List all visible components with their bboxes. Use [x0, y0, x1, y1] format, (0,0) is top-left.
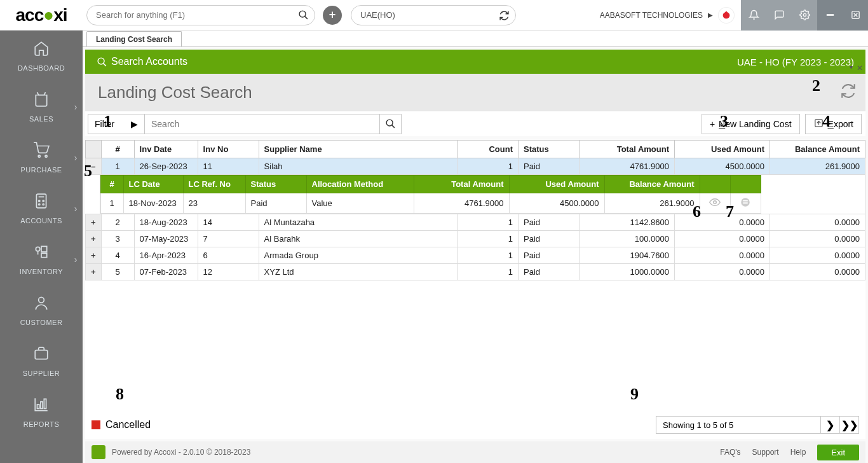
logo-left: acc — [16, 5, 44, 25]
main-sidebar: DASHBOARD SALES PURCHASE ACCOUNTS INVENT… — [0, 31, 83, 463]
tab-dropdown-icon[interactable]: ▾ — [850, 64, 853, 71]
svg-rect-3 — [827, 15, 833, 15]
powered-by-label: Powered by Accoxi - 2.0.10 © 2018-2023 — [112, 448, 250, 457]
tab-landing-cost-search[interactable]: Landing Cost Search — [86, 31, 182, 46]
filter-label: Filter — [95, 119, 114, 129]
svg-point-0 — [299, 11, 306, 17]
user-icon — [33, 294, 50, 315]
table-row[interactable]: –126-Sep-202311Silah1Paid4761.90004500.0… — [86, 158, 865, 175]
col-index[interactable]: # — [101, 141, 134, 158]
svg-line-1 — [305, 16, 308, 18]
sidebar-label: ACCOUNTS — [20, 217, 62, 225]
col-status[interactable]: Status — [519, 141, 580, 158]
messages-icon[interactable] — [766, 0, 792, 31]
tab-label: Landing Cost Search — [96, 35, 172, 44]
svg-point-12 — [43, 200, 44, 202]
sub-table-row[interactable]: 118-Nov-202323PaidValue4761.90004500.000… — [100, 193, 761, 214]
new-landing-cost-button[interactable]: +New Landing Cost — [702, 114, 800, 134]
col-supplier[interactable]: Supplier Name — [259, 141, 457, 158]
export-button[interactable]: Export — [805, 114, 862, 134]
plus-icon: + — [710, 119, 715, 129]
cart-icon — [33, 142, 50, 162]
sidebar-item-customer[interactable]: CUSTOMER — [0, 285, 83, 336]
svg-point-8 — [45, 155, 47, 157]
col-count[interactable]: Count — [458, 141, 519, 158]
expand-toggle[interactable]: – — [86, 158, 102, 175]
svg-point-25 — [386, 120, 393, 126]
settings-icon[interactable] — [792, 0, 817, 31]
company-name[interactable]: AABASOFT TECHNOLOGIES — [600, 11, 703, 20]
col-invdate[interactable]: Inv Date — [134, 141, 198, 158]
filter-search-icon[interactable] — [380, 114, 402, 134]
minimize-window-icon[interactable] — [817, 0, 843, 31]
table-row[interactable]: +307-May-20237Al Barahk1Paid100.00000.00… — [86, 231, 865, 247]
sidebar-item-sales[interactable]: SALES — [0, 81, 83, 132]
svg-point-23 — [98, 58, 104, 64]
svg-rect-21 — [41, 402, 43, 409]
col-used[interactable]: Used Amount — [675, 141, 770, 158]
faq-link[interactable]: FAQ's — [720, 448, 740, 457]
sidebar-item-accounts[interactable]: ACCOUNTS — [0, 183, 83, 234]
view-icon[interactable] — [700, 193, 730, 214]
table-row[interactable]: +507-Feb-202312XYZ Ltd1Paid1000.00000.00… — [86, 264, 865, 280]
svg-rect-20 — [37, 404, 39, 409]
expand-toggle[interactable]: + — [86, 247, 102, 264]
new-label: New Landing Cost — [719, 119, 791, 129]
svg-point-18 — [39, 297, 44, 303]
svg-rect-19 — [35, 350, 48, 359]
legend-swatch — [92, 420, 100, 429]
assistant-icon[interactable] — [718, 7, 735, 24]
table-row[interactable]: +218-Aug-202314Al Muntazaha1Paid1142.860… — [86, 214, 865, 231]
expand-toggle[interactable]: + — [86, 264, 102, 280]
svg-point-11 — [39, 200, 40, 202]
tab-close-icon[interactable]: ✕ — [857, 64, 863, 73]
search-icon[interactable] — [298, 10, 309, 23]
table-row[interactable]: +416-Apr-20236Armada Group1Paid1904.7600… — [86, 247, 865, 264]
add-button[interactable]: + — [323, 6, 342, 25]
svg-rect-32 — [743, 204, 748, 204]
col-invno[interactable]: Inv No — [198, 141, 259, 158]
col-total[interactable]: Total Amount — [580, 141, 675, 158]
refresh-icon[interactable] — [840, 83, 857, 102]
sidebar-item-inventory[interactable]: INVENTORY — [0, 234, 83, 285]
support-link[interactable]: Support — [752, 448, 779, 457]
footer-logo-icon — [92, 445, 105, 459]
filter-button[interactable]: Filter▶ — [88, 114, 145, 134]
sidebar-label: SUPPLIER — [23, 370, 60, 377]
global-search-input[interactable] — [86, 5, 315, 25]
expand-toggle[interactable]: + — [86, 214, 102, 231]
next-page-button[interactable]: ❯ — [821, 416, 840, 434]
sidebar-item-dashboard[interactable]: DASHBOARD — [0, 31, 83, 81]
svg-point-13 — [39, 204, 40, 205]
home-icon — [33, 40, 50, 60]
fiscal-year-label: UAE - HO (FY 2023 - 2023) — [737, 57, 854, 67]
sidebar-item-reports[interactable]: REPORTS — [0, 387, 83, 438]
sidebar-item-supplier[interactable]: SUPPLIER — [0, 336, 83, 387]
svg-line-26 — [392, 125, 395, 128]
svg-point-15 — [36, 247, 40, 251]
col-balance[interactable]: Balance Amount — [770, 141, 865, 158]
menu-icon[interactable] — [730, 193, 761, 214]
chart-icon — [33, 396, 50, 417]
last-page-button[interactable]: ❯❯ — [840, 416, 859, 434]
sidebar-label: CUSTOMER — [20, 319, 63, 326]
location-select[interactable]: UAE(HO) — [351, 5, 516, 25]
close-window-icon[interactable] — [843, 0, 868, 31]
svg-rect-17 — [41, 253, 47, 258]
notifications-icon[interactable] — [741, 0, 766, 31]
export-icon — [813, 118, 824, 130]
logo-right: xi — [53, 5, 67, 25]
svg-rect-9 — [36, 194, 46, 208]
sidebar-label: SALES — [29, 115, 53, 123]
location-label: UAE(HO) — [360, 10, 395, 20]
sync-icon[interactable] — [499, 10, 510, 24]
svg-point-7 — [38, 155, 40, 157]
exit-button[interactable]: Exit — [817, 445, 859, 460]
help-link[interactable]: Help — [790, 448, 806, 457]
expand-toggle[interactable]: + — [86, 231, 102, 247]
filter-search-input[interactable] — [145, 114, 380, 134]
sidebar-label: DASHBOARD — [18, 64, 65, 72]
calculator-icon — [33, 193, 50, 213]
svg-point-14 — [43, 204, 44, 205]
sidebar-item-purchase[interactable]: PURCHASE — [0, 132, 83, 183]
